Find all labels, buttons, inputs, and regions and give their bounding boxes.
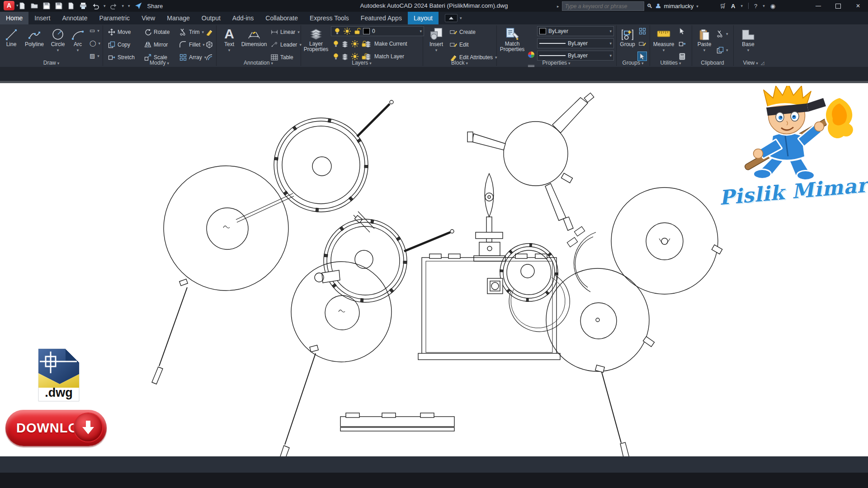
move-tool[interactable]: Move (108, 28, 131, 36)
plot-icon[interactable] (67, 2, 75, 10)
base-view-button[interactable]: Base▾ (738, 25, 759, 52)
tab-layout[interactable]: Layout (408, 12, 439, 24)
new-file-icon[interactable] (18, 2, 26, 10)
maximize-button[interactable] (828, 0, 848, 12)
ellipse-tool[interactable]: ◯▾ (90, 40, 100, 47)
drawing-viewport[interactable]: Pislik Mimar .dwg (0, 83, 868, 456)
trim-tool[interactable]: Trim▾ (179, 28, 204, 36)
explode-tool[interactable] (205, 41, 213, 48)
object-color-dropdown[interactable]: ByLayer▾ (537, 26, 614, 36)
linear-dimension-tool[interactable]: Linear▾ (270, 28, 300, 36)
help-caret[interactable]: ▾ (763, 4, 765, 8)
rectangle-tool[interactable]: ▭▾ (90, 27, 99, 34)
autodesk-app-caret[interactable]: ▾ (741, 4, 743, 8)
layer-thaw-icon[interactable] (343, 28, 351, 35)
text-tool[interactable]: A Text▾ (220, 25, 239, 52)
tab-home[interactable]: Home (0, 12, 28, 24)
copy-clip-button[interactable]: ▾ (716, 46, 728, 54)
layer-dropdown[interactable]: 0 ▾ (331, 26, 424, 36)
modify-panel-label[interactable]: Modify▾ (103, 59, 216, 67)
cut-button[interactable]: ▾ (716, 30, 728, 38)
layer-isolate-icon[interactable] (332, 40, 340, 47)
quick-calc-select-button[interactable] (678, 40, 686, 47)
annotation-panel-label[interactable]: Annotation▾ (216, 59, 301, 67)
tab-express-tools[interactable]: Express Tools (304, 12, 355, 24)
tab-view[interactable]: View (136, 12, 161, 24)
open-file-icon[interactable] (30, 2, 38, 10)
save-icon[interactable] (42, 2, 51, 10)
create-block-button[interactable]: Create (449, 28, 476, 36)
undo-icon[interactable] (91, 2, 99, 10)
user-caret[interactable]: ▾ (696, 4, 698, 9)
tab-output[interactable]: Output (196, 12, 226, 24)
app-store-cart-icon[interactable]: 🛒︎ (720, 3, 726, 9)
block-panel-label[interactable]: Block▾ (423, 59, 496, 67)
line-tool[interactable]: Line (2, 25, 21, 47)
tab-collaborate[interactable]: Collaborate (259, 12, 304, 24)
help-icon[interactable]: ? (754, 3, 757, 9)
match-properties-button[interactable]: Match Properties (499, 25, 525, 52)
groups-panel-label[interactable]: Groups▾ (616, 59, 650, 67)
search-expand-arrow[interactable]: ▸ (557, 4, 559, 9)
group-button[interactable]: Group (618, 25, 637, 47)
hatch-tool[interactable]: ▨▾ (90, 52, 99, 59)
paste-button[interactable]: Paste▾ (694, 25, 714, 52)
search-input[interactable] (562, 1, 644, 11)
edit-block-button[interactable]: Edit (449, 41, 469, 48)
lineweight-dropdown[interactable]: ByLayer▾ (537, 38, 614, 48)
tab-insert[interactable]: Insert (28, 12, 56, 24)
user-avatar-icon[interactable]: 👤︎ (656, 3, 661, 9)
ungroup-button[interactable] (638, 27, 646, 35)
layer-color-swatch[interactable] (363, 28, 370, 34)
ribbon-display-button[interactable] (445, 14, 458, 22)
polyline-tool[interactable]: Polyline (22, 25, 47, 47)
utilities-panel-label[interactable]: Utilities▾ (650, 59, 692, 67)
tab-annotate[interactable]: Annotate (56, 12, 93, 24)
tab-featured-apps[interactable]: Featured Apps (355, 12, 408, 24)
measure-button[interactable]: Measure▾ (652, 25, 675, 52)
circle-tool[interactable]: Circle▾ (48, 25, 68, 52)
command-line-bar[interactable] (0, 456, 868, 473)
save-as-icon[interactable] (55, 2, 63, 10)
clipboard-panel-label[interactable]: Clipboard (692, 59, 733, 67)
close-button[interactable]: ✕ (848, 0, 868, 12)
tab-add-ins[interactable]: Add-ins (226, 12, 259, 24)
layers-panel-label[interactable]: Layers▾ (301, 59, 423, 67)
username[interactable]: mimarlucky (664, 3, 694, 9)
make-current-button[interactable]: Make Current (364, 40, 407, 47)
download-button[interactable]: DOWNLOAD (5, 410, 107, 446)
print-icon[interactable] (79, 2, 87, 10)
autodesk-app-icon[interactable]: A (731, 3, 735, 9)
ribbon-display-caret[interactable]: ▾ (460, 16, 462, 20)
copy-tool[interactable]: Copy (108, 41, 130, 48)
mirror-tool[interactable]: Mirror (144, 41, 168, 48)
view-panel-label[interactable]: View▾◿ (733, 59, 774, 67)
customize-qat-caret[interactable]: ▾ (128, 4, 130, 8)
layer-on-icon[interactable] (333, 28, 341, 35)
undo-caret[interactable]: ▾ (104, 4, 106, 8)
share-label[interactable]: Share (147, 3, 163, 9)
insert-block-button[interactable]: Insert▾ (426, 25, 447, 52)
properties-panel-label[interactable]: Properties▾ (496, 59, 616, 67)
fillet-tool[interactable]: Fillet▾ (179, 41, 205, 48)
share-icon[interactable] (134, 2, 142, 10)
autocad-logo[interactable]: A (4, 1, 14, 10)
quick-select-button[interactable] (678, 27, 686, 35)
layer-off-icon[interactable] (351, 40, 359, 47)
dimension-tool[interactable]: Dimension (240, 25, 269, 47)
group-edit-button[interactable] (638, 40, 646, 47)
tab-manage[interactable]: Manage (161, 12, 196, 24)
assistant-icon[interactable]: ◉ (770, 3, 775, 9)
search-icon[interactable]: 🔍︎ (647, 3, 653, 9)
color-wheel-icon[interactable] (527, 51, 535, 58)
layer-freeze-icon[interactable] (341, 40, 349, 47)
leader-tool[interactable]: Leader▾ (270, 41, 302, 48)
tab-parametric[interactable]: Parametric (93, 12, 136, 24)
minimize-button[interactable]: — (808, 0, 828, 12)
draw-panel-label[interactable]: Draw▾ (0, 59, 103, 67)
layer-properties-button[interactable]: Layer Properties (303, 25, 329, 52)
rotate-tool[interactable]: Rotate (144, 28, 170, 36)
arc-tool[interactable]: Arc▾ (69, 25, 87, 52)
erase-tool[interactable] (205, 28, 213, 36)
redo-icon[interactable] (110, 2, 118, 10)
